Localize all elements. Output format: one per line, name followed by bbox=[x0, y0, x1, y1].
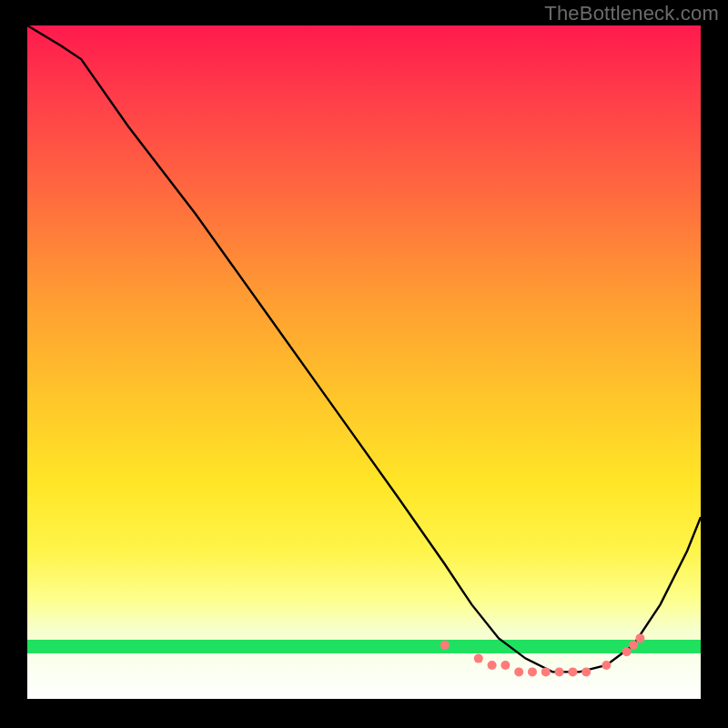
highlight-dot bbox=[440, 641, 450, 650]
highlight-dot bbox=[528, 667, 537, 676]
highlight-dots bbox=[440, 633, 645, 676]
highlight-dot bbox=[568, 667, 577, 676]
chart-frame: TheBottleneck.com bbox=[0, 0, 728, 728]
highlight-dot bbox=[555, 667, 564, 676]
highlight-dot bbox=[622, 647, 632, 656]
plot-area bbox=[27, 25, 701, 699]
curve-svg bbox=[27, 25, 701, 699]
highlight-dot bbox=[635, 633, 644, 642]
highlight-dot bbox=[629, 641, 638, 650]
bottleneck-curve bbox=[27, 25, 701, 672]
highlight-dot bbox=[581, 667, 591, 676]
watermark-text: TheBottleneck.com bbox=[544, 2, 719, 25]
highlight-dot bbox=[602, 661, 611, 670]
highlight-dot bbox=[474, 654, 483, 663]
highlight-dot bbox=[488, 661, 497, 670]
highlight-dot bbox=[500, 661, 510, 670]
highlight-dot bbox=[514, 667, 523, 676]
highlight-dot bbox=[541, 667, 551, 676]
